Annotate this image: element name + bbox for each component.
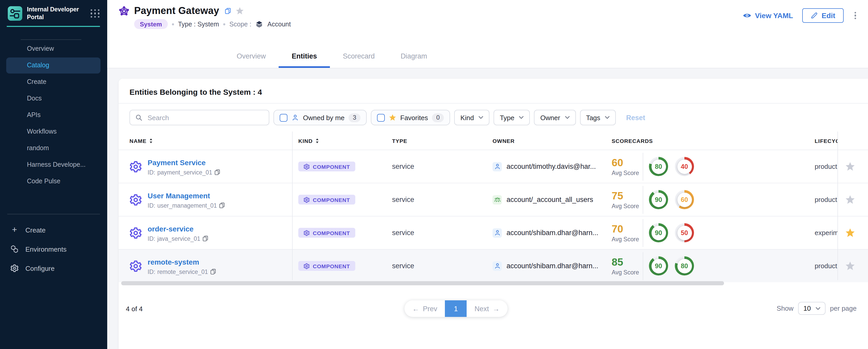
gear-icon [304,263,310,269]
chevron-down-icon [815,307,820,310]
page-size-select[interactable]: 10 [798,302,825,315]
score-gauge: 60 [675,190,694,209]
sidebar-item-overview[interactable]: Overview [6,41,100,57]
sidebar-item-catalog[interactable]: Catalog [6,58,100,73]
sidebar-item-apis[interactable]: APIs [6,107,100,123]
entity-name-link[interactable]: remote-system [148,258,199,266]
brand-title: Internal Developer Portal [27,6,80,21]
tab-overview[interactable]: Overview [237,52,266,68]
avg-score-label: Avg Score [612,169,641,176]
dot-separator [223,23,225,25]
filter-dropdown-kind[interactable]: Kind [454,110,489,125]
kind-badge: COMPONENT [298,228,355,238]
owner-text[interactable]: account/timothy.davis@har... [506,163,596,170]
sidebar-item-docs[interactable]: Docs [6,91,100,107]
entity-name-link[interactable]: order-service [148,224,193,233]
owned-by-me-count: 3 [348,113,360,122]
type-cell: service [392,229,493,236]
user-icon [493,162,502,171]
sidebar: Internal Developer Portal OverviewCatalo… [0,0,107,349]
owner-text[interactable]: account/_account_all_users [506,196,593,203]
filter-dropdown-tags[interactable]: Tags [580,110,616,125]
score-divider [643,252,643,280]
view-yaml-button[interactable]: View YAML [742,11,793,20]
favorites-filter[interactable]: Favorites 0 [371,110,450,125]
reset-filters-button[interactable]: Reset [626,114,645,121]
dot-separator [172,23,174,25]
eye-icon [742,12,751,19]
system-kind-badge: System [134,19,167,29]
system-graph-icon [119,5,129,16]
favorite-star-icon[interactable] [845,261,855,271]
pagination: ← Prev 1 Next → [404,300,507,317]
harness-logo-icon [8,6,22,21]
meta-scope-value: Account [268,21,291,28]
sort-icon[interactable] [315,138,319,143]
favorite-star-icon[interactable] [845,162,855,171]
search-icon [135,114,143,121]
sidebar-item-random[interactable]: random [6,140,100,156]
lifecycle-cell: production [808,196,837,203]
copy-id-icon[interactable] [219,202,225,208]
owned-by-me-filter[interactable]: Owned by me 3 [274,110,367,125]
search-box[interactable] [129,110,269,125]
score-divider [643,219,643,247]
score-gauge: 90 [649,190,668,209]
kind-badge: COMPONENT [298,261,355,271]
kind-badge: COMPONENT [298,162,355,171]
meta-type: Type : System [178,21,219,28]
sidebar-footer-item-configure[interactable]: Configure [0,259,107,277]
filter-dropdown-type[interactable]: Type [494,110,530,125]
chevron-down-icon [565,116,569,119]
entity-name-link[interactable]: User Management [148,191,210,200]
user-icon [493,261,502,271]
sidebar-item-code-pulse[interactable]: Code Pulse [6,173,100,190]
search-input[interactable] [147,113,264,122]
copy-title-icon[interactable] [225,8,231,14]
horizontal-scrollbar[interactable] [121,281,724,285]
tab-bar: OverviewEntitiesScorecardDiagram [237,52,427,68]
chevron-down-icon [605,116,610,119]
favorite-title-star-icon[interactable] [236,7,244,15]
arrow-left-icon: ← [412,305,419,313]
more-options-kebab-icon[interactable] [853,10,858,21]
sort-icon[interactable] [149,138,153,143]
scorecards-cell: 85 Avg Score 9080 [606,252,808,280]
copy-id-icon[interactable] [214,169,220,175]
sidebar-footer-item-create[interactable]: +Create [0,221,107,239]
owner-text[interactable]: account/shibam.dhar@harn... [506,262,598,270]
scorecards-cell: 60 Avg Score 8040 [606,153,808,181]
favorite-star-icon[interactable] [845,195,855,204]
sidebar-footer-item-environments[interactable]: Environments [0,240,107,258]
content-area: Entities Belonging to the System : 4 Own… [107,68,868,349]
page-number-button[interactable]: 1 [445,300,467,317]
tab-entities[interactable]: Entities [292,52,317,68]
sidebar-item-workflows[interactable]: Workflows [6,124,100,140]
column-header-name[interactable]: NAME [119,137,292,144]
tab-scorecard[interactable]: Scorecard [343,52,375,68]
prev-page-button[interactable]: ← Prev [404,300,445,317]
owner-text[interactable]: account/shibam.dhar@harn... [506,229,598,236]
edit-button[interactable]: Edit [803,8,844,23]
card-title: Entities Belonging to the System : 4 [119,79,868,103]
favorite-star-icon[interactable] [845,228,855,238]
pencil-icon [811,12,818,19]
owned-by-me-checkbox[interactable] [280,114,287,121]
per-page-label: per page [830,305,857,312]
entities-table: NAMEKINDTYPEOWNERSCORECARDSLIFECYCLE Pay… [119,131,868,282]
sidebar-item-create[interactable]: Create [6,74,100,90]
score-gauge: 90 [649,223,668,242]
entity-id: ID: payment_service_01 [148,169,220,175]
copy-id-icon[interactable] [210,269,216,275]
score-divider [643,153,643,181]
column-header-kind[interactable]: KIND [292,137,392,144]
copy-id-icon[interactable] [203,235,208,241]
module-grid-icon[interactable] [91,9,100,18]
filter-dropdown-owner[interactable]: Owner [534,110,576,125]
score-divider [643,186,643,214]
next-page-button[interactable]: Next → [467,300,507,317]
entity-name-link[interactable]: Payment Service [148,158,206,166]
favorites-checkbox[interactable] [377,114,385,121]
tab-diagram[interactable]: Diagram [401,52,427,68]
sidebar-item-harness-develope[interactable]: Harness Develope... [6,157,100,173]
